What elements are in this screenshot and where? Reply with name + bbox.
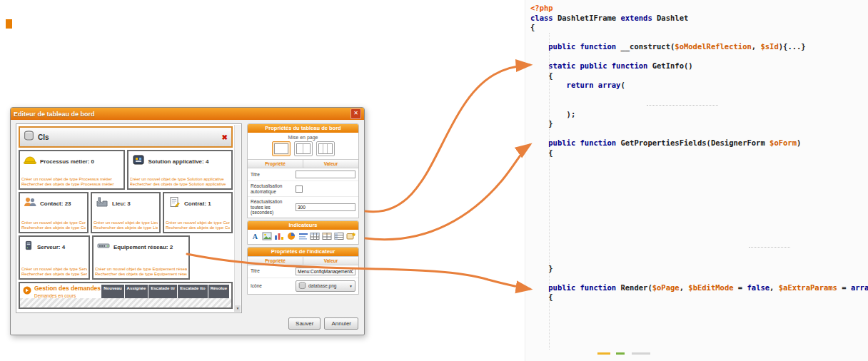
dashlet-cis-title: CIs (38, 133, 49, 141)
php-code: <?phpclass DashletIFrame extends Dashlet… (530, 4, 868, 360)
indicator-title-input[interactable] (296, 268, 355, 275)
preview-scrollbar[interactable]: ▼ (234, 125, 241, 312)
search-object-link[interactable]: Rechercher des objets de type Serveur (21, 272, 87, 277)
dashlet-tile-contrat[interactable]: Contrat: 1 Créer un nouvel objet de type… (163, 192, 233, 233)
property-column-header: Propriété (248, 257, 303, 265)
cropped-code-fragment (616, 352, 625, 355)
image-dashlet-icon[interactable] (262, 232, 273, 241)
indicator-properties-header: Propriétés de l'indicateur (248, 248, 358, 256)
column-header: Nouveau (101, 285, 123, 298)
cancel-button[interactable]: Annuler (324, 317, 358, 330)
layout-label: Mise en page (248, 135, 358, 140)
folded-code-hint (647, 105, 718, 106)
bar-chart-dashlet-icon[interactable] (274, 232, 285, 241)
arrow-indicator-props-to-getpropertiesfields (365, 145, 530, 240)
refresh-every-label: Réactualisation toutes les (secondes) (251, 199, 296, 215)
code-panel: <?phpclass DashletIFrame extends Dashlet… (525, 0, 868, 361)
icon-select-value: database.png (308, 283, 347, 288)
create-object-link[interactable]: Créer un nouvel objet de type Equipement… (95, 267, 187, 272)
tile-title: Serveur: 4 (37, 244, 65, 250)
search-object-link[interactable]: Rechercher des objets de type Lieu (94, 225, 158, 230)
search-object-link[interactable]: Rechercher des objets de type Contact (21, 225, 86, 230)
create-object-link[interactable]: Créer un nouvel objet de type Lieu (94, 220, 158, 225)
dashlet-remove-icon[interactable]: ✖ (222, 133, 228, 141)
indicator-title-label: Titre (251, 268, 296, 274)
network-device-icon (96, 240, 111, 254)
dashlet-tile-solution-applicative[interactable]: Solution applicative: 4 Créer un nouvel … (127, 150, 233, 190)
column-header: Escalade ttr (148, 285, 177, 298)
tile-title: Solution applicative: 4 (148, 158, 209, 165)
pie-chart-dashlet-icon[interactable] (286, 232, 296, 241)
dashboard-title-input[interactable] (296, 171, 355, 178)
dashlet-cis-header[interactable]: CIs ✖ (19, 126, 233, 148)
page: Editeur de tableau de bord ✕ CIs ✖ Proce… (0, 0, 868, 361)
dashboard-preview: CIs ✖ Processus métier: 0 Créer un nouve… (16, 123, 242, 313)
tile-title: Contrat: 1 (184, 200, 211, 207)
dialog-title: Editeur de tableau de bord (14, 111, 95, 118)
create-object-link[interactable]: Créer un nouvel objet de type Serveur (21, 267, 87, 272)
tile-title: Lieu: 3 (112, 200, 131, 207)
title-label: Titre (251, 172, 296, 178)
search-object-link[interactable]: Rechercher des objets de type Solution a… (130, 182, 231, 187)
grouped-table-dashlet-icon[interactable] (322, 232, 333, 241)
auto-refresh-label: Réactualisation automatique (251, 183, 296, 194)
chevron-down-icon: ▼ (349, 284, 353, 288)
create-object-link[interactable]: Créer un nouvel objet de type Solution a… (130, 177, 231, 182)
requests-title: Gestion des demandes (34, 285, 101, 292)
search-object-link[interactable]: Rechercher des objets de type Contrat (166, 225, 230, 230)
dialog-titlebar[interactable]: Editeur de tableau de bord ✕ (11, 108, 364, 120)
header-dashlet-icon[interactable] (298, 232, 308, 241)
scroll-down-icon[interactable]: ▼ (235, 305, 241, 312)
location-icon (95, 196, 109, 210)
requests-table-header: Nouveau Assignée Escalade ttr Escalade t… (101, 285, 229, 298)
search-object-link[interactable]: Rechercher des objets de type Equipement… (95, 272, 187, 277)
server-icon (23, 240, 34, 254)
indicator-properties-box: Propriétés de l'indicateur Propriété Val… (247, 247, 359, 295)
tile-title: Contact: 23 (40, 200, 71, 207)
refresh-seconds-input[interactable] (296, 203, 355, 211)
auto-refresh-checkbox[interactable] (296, 185, 303, 193)
dialog-close-icon[interactable]: ✕ (350, 108, 361, 119)
layout-two-columns-button[interactable] (294, 141, 313, 156)
dashlet-tile-processus-metier[interactable]: Processus métier: 0 Créer un nouvel obje… (19, 150, 125, 190)
create-object-link[interactable]: Créer un nouvel objet de type Contact (21, 220, 86, 225)
folded-code-hint (749, 247, 790, 248)
value-column-header: Valeur (303, 257, 358, 265)
cropped-code-fragment (632, 352, 650, 355)
indicators-header: Indicateurs (248, 221, 358, 230)
dashlet-tile-equipement-reseau[interactable]: Equipement réseau: 2 Créer un nouvel obj… (92, 235, 190, 280)
create-object-link[interactable]: Créer un nouvel objet de type Contrat (166, 220, 230, 225)
arrow-indicators-to-getinfo (365, 65, 530, 212)
dashlet-tile-contact[interactable]: Contact: 23 Créer un nouvel objet de typ… (19, 192, 89, 233)
search-object-link[interactable]: Rechercher des objets de type Processus … (21, 182, 122, 187)
application-icon (131, 154, 146, 168)
dashboard-properties-header: Propriétés du tableau de bord (248, 124, 358, 133)
hardhat-icon (23, 154, 37, 168)
tile-title: Equipement réseau: 2 (113, 244, 173, 250)
requests-subtitle: Demandes en cours (34, 293, 101, 298)
save-button[interactable]: Sauver (288, 317, 321, 330)
property-column-header: Propriété (248, 160, 303, 168)
database-icon (298, 280, 306, 293)
indicators-box: Indicateurs A (247, 220, 359, 245)
layout-three-columns-button[interactable] (316, 141, 335, 156)
dashlet-tile-serveur[interactable]: Serveur: 4 Créer un nouvel objet de type… (19, 235, 90, 280)
pivot-table-dashlet-icon[interactable] (333, 232, 344, 241)
properties-panel: Propriétés du tableau de bord Mise en pa… (247, 123, 359, 295)
text-dashlet-icon[interactable]: A (250, 232, 261, 241)
column-header: Résolue (208, 285, 229, 298)
dashlet-requests[interactable]: Gestion des demandes Demandes en cours N… (19, 282, 233, 309)
database-icon (24, 131, 34, 144)
column-header: Assignée (125, 285, 148, 298)
indicators-toolbar: A (248, 230, 358, 244)
column-header: Escalade tto (178, 285, 207, 298)
value-column-header: Valeur (303, 160, 358, 168)
table-dashlet-icon[interactable] (310, 232, 321, 241)
dashlet-tile-lieu[interactable]: Lieu: 3 Créer un nouvel objet de type Li… (91, 192, 161, 233)
icon-select-dropdown[interactable]: database.png ▼ (296, 280, 355, 292)
badge-dashlet-icon[interactable] (345, 232, 356, 241)
dashboard-editor-dialog: Editeur de tableau de bord ✕ CIs ✖ Proce… (10, 107, 365, 335)
contract-icon (167, 196, 181, 210)
create-object-link[interactable]: Créer un nouvel objet de type Processus … (21, 177, 122, 182)
layout-one-column-button[interactable] (272, 141, 291, 156)
